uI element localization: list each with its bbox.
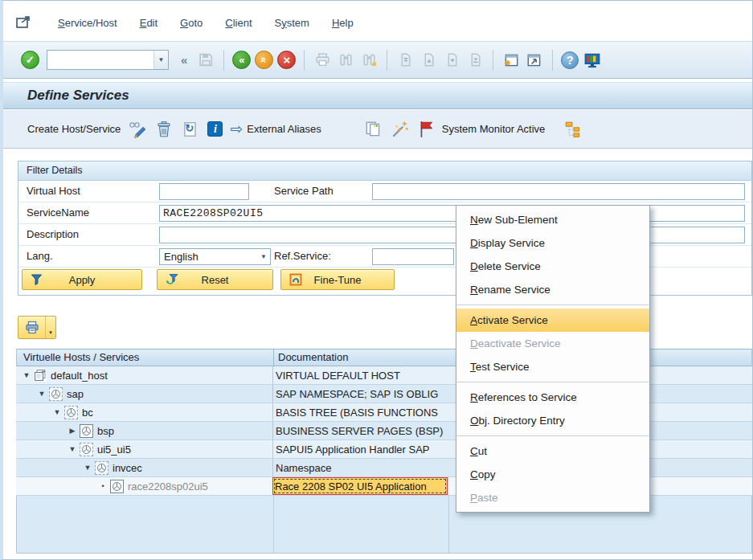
context-menu-item-delete-service[interactable]: Delete Service xyxy=(456,255,649,278)
context-menu-item-test-service[interactable]: Test Service xyxy=(456,355,649,378)
next-page-icon[interactable] xyxy=(442,51,461,70)
system-monitor-flag-icon xyxy=(417,120,436,139)
collapse-toolbar-icon[interactable]: « xyxy=(176,53,192,67)
namespace-icon xyxy=(49,387,63,401)
refresh-icon[interactable]: ↻ xyxy=(181,120,200,139)
tree-name-cell: ▼bc xyxy=(16,403,272,421)
delete-trash-icon[interactable] xyxy=(154,120,174,139)
tree-name-cell: ▼ui5_ui5 xyxy=(16,440,272,458)
reset-button[interactable]: Reset xyxy=(157,269,273,290)
description-label: Description xyxy=(27,228,79,240)
context-menu: New Sub-ElementDisplay ServiceDelete Ser… xyxy=(456,205,650,513)
exit-button[interactable]: « xyxy=(255,51,273,69)
cancel-button[interactable]: × xyxy=(277,51,296,69)
tree-name-cell: ▼sap xyxy=(16,385,272,403)
enter-button[interactable]: ✓ xyxy=(21,51,39,69)
fine-tune-icon xyxy=(289,272,303,287)
expander-open-icon[interactable]: ▼ xyxy=(82,464,93,472)
tree-node-name: bsp xyxy=(97,425,114,437)
menu-items: Service/HostEditGotoClientSystemHelp xyxy=(47,14,365,32)
external-aliases-button[interactable]: External Aliases xyxy=(247,123,321,135)
new-session-icon[interactable] xyxy=(501,51,521,70)
menubar-item-service-host[interactable]: Service/Host xyxy=(47,14,129,32)
help-icon[interactable]: ? xyxy=(561,51,579,69)
last-page-icon[interactable] xyxy=(465,51,485,70)
sap-gui-window: Service/HostEditGotoClientSystemHelp ✓ ▼… xyxy=(0,0,753,560)
filter-details-caption: Filter Details xyxy=(18,161,751,181)
namespace-icon xyxy=(64,406,78,419)
toolbar-separator xyxy=(387,50,387,71)
context-menu-item-cut[interactable]: Cut xyxy=(456,439,649,463)
service-name-label: ServiceName xyxy=(27,206,89,219)
menubar-item-client[interactable]: Client xyxy=(214,14,263,32)
expander-open-icon[interactable]: ▼ xyxy=(67,445,78,453)
menubar-item-goto[interactable]: Goto xyxy=(169,14,214,32)
menubar-item-edit[interactable]: Edit xyxy=(129,14,169,32)
tree-doc-cell: SAPUI5 Application Handler SAP xyxy=(272,440,448,458)
context-menu-item-references-to-service[interactable]: References to Service xyxy=(456,386,649,409)
context-menu-separator xyxy=(457,305,649,305)
leaf-bullet: • xyxy=(97,482,108,490)
service-name-input[interactable] xyxy=(159,205,745,222)
context-menu-item-obj-directory-entry[interactable]: Obj. Directory Entry xyxy=(456,409,649,432)
create-shortcut-icon[interactable] xyxy=(525,51,544,70)
language-dropdown-icon[interactable]: ▼ xyxy=(257,249,270,264)
command-field[interactable] xyxy=(47,51,153,69)
ref-service-input[interactable] xyxy=(372,248,454,265)
hierarchy-icon[interactable] xyxy=(563,120,583,139)
reset-label: Reset xyxy=(202,274,229,286)
customize-layout-icon[interactable] xyxy=(583,51,602,70)
tree-node-name: ui5_ui5 xyxy=(97,444,131,456)
context-menu-item-display-service[interactable]: Display Service xyxy=(456,231,649,255)
description-input[interactable] xyxy=(159,227,745,243)
host-icon xyxy=(34,369,47,382)
expander-open-icon[interactable]: ▼ xyxy=(21,371,32,379)
first-page-icon[interactable] xyxy=(395,51,415,70)
context-menu-item-deactivate-service: Deactivate Service xyxy=(456,332,649,355)
title-bar: Define Services xyxy=(3,82,752,109)
menubar-item-system[interactable]: System xyxy=(264,14,321,32)
menubar-item-help[interactable]: Help xyxy=(321,14,365,32)
system-monitor-active-label: System Monitor Active xyxy=(442,123,546,135)
expander-open-icon[interactable]: ▼ xyxy=(36,390,47,398)
apply-button[interactable]: Apply xyxy=(22,269,142,290)
service-path-label: Service Path xyxy=(274,185,334,197)
print-button-printer-icon xyxy=(18,320,45,336)
context-menu-item-activate-service[interactable]: Activate Service xyxy=(456,309,649,332)
service-icon xyxy=(110,480,124,493)
context-menu-item-copy[interactable]: Copy xyxy=(456,463,649,486)
back-button[interactable]: « xyxy=(232,51,251,69)
virtual-host-input[interactable] xyxy=(159,183,249,200)
language-label: Lang. xyxy=(27,250,53,262)
language-select[interactable]: English ▼ xyxy=(159,248,271,265)
print-button-dropdown-icon[interactable]: ▾ xyxy=(45,317,55,338)
tree-name-cell: ▼invcec xyxy=(16,459,272,476)
tree-doc-cell: Namespace xyxy=(272,459,448,476)
find-next-icon[interactable] xyxy=(359,51,379,70)
service-path-input[interactable] xyxy=(372,183,745,200)
context-menu-item-rename-service[interactable]: Rename Service xyxy=(456,278,649,301)
display-change-icon[interactable] xyxy=(128,120,147,139)
previous-page-icon[interactable] xyxy=(419,51,438,70)
expander-open-icon[interactable]: ▼ xyxy=(51,408,63,416)
copy-window-icon[interactable] xyxy=(364,120,383,139)
fine-tune-button[interactable]: Fine-Tune xyxy=(280,269,395,290)
toolbar-separator xyxy=(304,50,305,71)
wizard-icon[interactable] xyxy=(391,120,410,139)
find-icon[interactable] xyxy=(336,51,355,70)
command-field-dropdown-icon[interactable]: ▼ xyxy=(153,51,168,69)
print-icon[interactable] xyxy=(313,51,332,70)
info-icon[interactable]: i xyxy=(207,121,223,137)
system-menu-icon[interactable] xyxy=(14,14,34,31)
print-button[interactable]: ▾ xyxy=(18,316,56,339)
context-menu-separator xyxy=(457,435,649,436)
create-host-service-button[interactable]: Create Host/Service xyxy=(27,123,121,135)
tree-doc-cell: BUSINESS SERVER PAGES (BSP) xyxy=(272,422,448,439)
expander-closed-icon[interactable]: ▶ xyxy=(67,427,78,435)
tree-header-hosts: Virtuelle Hosts / Services xyxy=(23,349,139,366)
tree-name-cell: •race2208sp02ui5 xyxy=(16,477,272,495)
tree-node-name: invcec xyxy=(113,462,142,474)
context-menu-item-new-sub-element[interactable]: New Sub-Element xyxy=(456,208,649,231)
save-icon[interactable] xyxy=(196,51,215,70)
tree-doc-cell: SAP NAMESPACE; SAP IS OBLIG xyxy=(272,385,448,403)
